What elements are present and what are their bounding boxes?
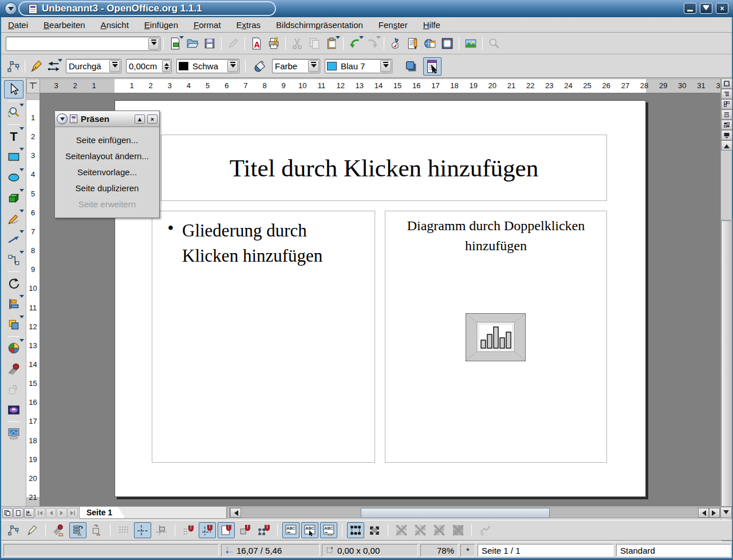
menu-file[interactable]: Datei xyxy=(8,20,28,30)
chart-placeholder[interactable]: Diagramm durch Doppelklicken hinzufügen xyxy=(385,211,607,463)
menu-window[interactable]: Fenster xyxy=(379,20,408,30)
line-style-dropdown[interactable] xyxy=(109,60,120,72)
copy-button[interactable] xyxy=(306,36,323,52)
fill-style-button[interactable] xyxy=(251,58,269,74)
menu-slideshow[interactable]: Bildschirmpräsentation xyxy=(276,20,363,30)
fill-color-combobox[interactable]: Blau 7 xyxy=(325,59,392,73)
edit-points-button[interactable] xyxy=(5,58,22,74)
presentation-box-button[interactable] xyxy=(423,57,442,76)
menu-insert[interactable]: Einfügen xyxy=(144,20,178,30)
open-button[interactable] xyxy=(184,36,201,52)
palette-item[interactable]: Seitenlayout ändern... xyxy=(55,148,159,164)
horizontal-ruler[interactable]: 3211234567891011121314151617181920212223… xyxy=(40,78,720,93)
navigator-compass-button[interactable] xyxy=(387,36,404,52)
new-document-button[interactable] xyxy=(167,36,184,52)
double-click-edit-toggle[interactable]: ABC xyxy=(320,522,337,538)
vertical-scroll-thumb[interactable] xyxy=(721,220,732,541)
print-button[interactable] xyxy=(265,36,282,52)
snap-lines-visible-toggle[interactable] xyxy=(134,522,151,538)
view-handout-button[interactable] xyxy=(721,120,732,130)
export-pdf-button[interactable]: A xyxy=(248,36,265,52)
first-tab-button[interactable] xyxy=(35,508,45,518)
ellipse-tool[interactable] xyxy=(4,168,23,187)
fill-type-dropdown[interactable] xyxy=(308,60,319,72)
url-combobox[interactable] xyxy=(6,37,160,51)
shadow-button[interactable] xyxy=(403,58,420,74)
insert-tool[interactable] xyxy=(4,339,23,357)
animation-effects-tool[interactable] xyxy=(4,360,23,378)
line-style-combobox[interactable]: Durchgä xyxy=(66,59,121,73)
next-tab-button[interactable] xyxy=(57,508,67,518)
line-width-spin-buttons[interactable] xyxy=(162,60,171,72)
menu-edit[interactable]: Bearbeiten xyxy=(44,20,85,30)
scroll-left-end-button[interactable] xyxy=(698,508,709,518)
lines-arrows-tool[interactable] xyxy=(4,230,23,249)
paste-button[interactable] xyxy=(323,36,340,52)
fill-color-dropdown[interactable] xyxy=(380,60,391,72)
find-button[interactable] xyxy=(486,36,503,52)
guides-when-moving-toggle[interactable] xyxy=(153,522,170,538)
arrange-tool[interactable] xyxy=(4,316,23,334)
snap-to-snap-lines-toggle[interactable] xyxy=(199,522,216,538)
status-style-field[interactable]: Standard xyxy=(616,544,731,557)
palette-item[interactable]: Seitenvorlage... xyxy=(55,164,159,180)
cut-button[interactable] xyxy=(289,36,306,52)
scroll-up-button[interactable] xyxy=(721,140,732,151)
snap-to-page-margins-toggle[interactable] xyxy=(218,522,235,538)
text-tool[interactable]: T xyxy=(4,127,23,145)
snap-to-object-border-toggle[interactable] xyxy=(237,522,254,538)
ruler-origin-box[interactable] xyxy=(26,78,40,93)
slide-tab[interactable]: Seite 1 xyxy=(80,507,125,518)
zoom-page-button[interactable] xyxy=(439,36,456,52)
close-button[interactable]: × xyxy=(716,3,728,14)
chart-placeholder-toggle[interactable] xyxy=(450,522,467,538)
palette-menu-button[interactable] xyxy=(57,113,68,124)
line-pen-button[interactable] xyxy=(28,58,45,74)
url-dropdown-button[interactable] xyxy=(148,38,159,50)
image-placeholder-toggle[interactable] xyxy=(412,522,429,538)
allow-effects-toggle[interactable] xyxy=(50,522,68,538)
palette-title-bar[interactable]: Präsen ▲ × xyxy=(55,111,159,127)
vertical-ruler[interactable]: 123456789101112131415161718192021 xyxy=(26,93,40,506)
alignment-tool[interactable] xyxy=(4,295,23,313)
stylist-button[interactable] xyxy=(404,36,421,52)
select-text-area-toggle[interactable]: ABC xyxy=(301,522,318,538)
3d-objects-tool[interactable] xyxy=(4,189,23,207)
rotate-tool[interactable] xyxy=(4,274,23,293)
chart-placeholder-box[interactable] xyxy=(466,313,526,361)
scroll-down-button[interactable] xyxy=(720,507,732,518)
edit-file-button[interactable] xyxy=(224,36,242,52)
minimize-button[interactable] xyxy=(684,3,696,14)
arrow-style-button[interactable] xyxy=(45,58,62,74)
scroll-right-end-button[interactable] xyxy=(709,508,720,518)
start-presentation-button[interactable] xyxy=(721,130,732,140)
select-tool[interactable] xyxy=(4,80,23,98)
view-outline-button[interactable] xyxy=(721,89,732,99)
slide-page[interactable]: Titel durch Klicken hinzufügen • Glieder… xyxy=(115,100,646,497)
large-handles-toggle[interactable] xyxy=(366,522,383,538)
title-placeholder[interactable]: Titel durch Klicken hinzufügen xyxy=(161,135,607,201)
line-color-combobox[interactable]: Schwa xyxy=(176,59,239,73)
line-width-spinner[interactable]: 0,00cm xyxy=(126,59,172,73)
status-zoom-field[interactable]: 78% xyxy=(420,544,458,557)
layer-mode-button[interactable] xyxy=(24,508,34,518)
view-notes-button[interactable] xyxy=(721,109,732,120)
position-mode-toggle[interactable] xyxy=(88,522,105,538)
object-placeholder-toggle[interactable]: ABC xyxy=(431,522,448,538)
grid-visible-toggle[interactable] xyxy=(115,522,132,538)
snap-to-object-points-toggle[interactable] xyxy=(255,522,273,538)
last-tab-button[interactable] xyxy=(68,508,78,518)
rectangle-tool[interactable] xyxy=(4,148,23,166)
3d-controller-tool[interactable] xyxy=(4,401,23,419)
gallery-button[interactable] xyxy=(462,36,479,52)
text-placeholder-toggle[interactable] xyxy=(393,522,410,538)
save-button[interactable] xyxy=(201,36,218,52)
page-mode-button[interactable] xyxy=(13,508,23,518)
curve-tool[interactable] xyxy=(4,210,23,228)
redo-button[interactable] xyxy=(364,36,381,52)
prev-tab-button[interactable] xyxy=(46,508,56,518)
menu-tools[interactable]: Extras xyxy=(237,20,261,30)
edit-points-toggle[interactable] xyxy=(5,522,22,538)
palette-close-button[interactable]: × xyxy=(147,115,157,124)
menu-help[interactable]: Hilfe xyxy=(423,20,440,30)
